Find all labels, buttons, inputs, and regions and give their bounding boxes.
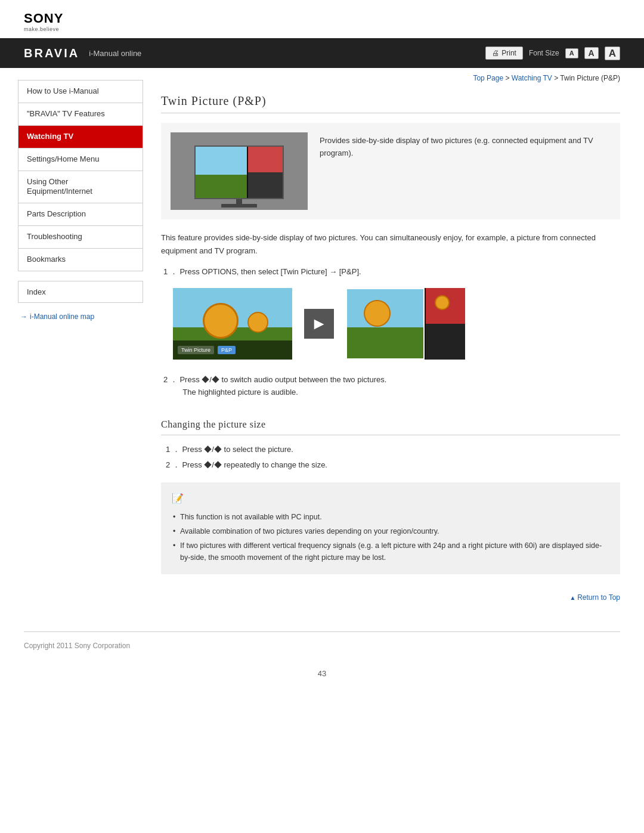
menu-item-pap: P&P [218, 346, 236, 354]
breadcrumb-current: Twin Picture (P&P) [560, 74, 620, 82]
step-image-before: Twin Picture P&P [173, 288, 292, 360]
section2-title: Changing the picture size [161, 407, 620, 435]
sunflower1 [364, 300, 391, 327]
tv-pane-left [196, 147, 247, 198]
return-to-top-link[interactable]: Return to Top [569, 593, 620, 602]
tv-pane-right [248, 147, 283, 198]
note-item-3: If two pictures with different vertical … [172, 540, 609, 563]
top-bar: SONY make.believe [0, 0, 644, 38]
notes-list: This function is not available with PC i… [172, 511, 609, 563]
bravia-logo: BRAVIA [24, 47, 79, 60]
sidebar-nav: How to Use i-Manual "BRAVIA" TV Features… [18, 80, 143, 271]
sidebar-item-using-other[interactable]: Using Other Equipment/Internet [18, 171, 143, 204]
change-steps: 1 ． Press ◆/◆ to select the picture. 2 ．… [163, 444, 620, 472]
step-before-illustration: Twin Picture P&P [173, 288, 292, 360]
font-small-button[interactable]: A [565, 48, 578, 58]
step-arrow: ► [304, 309, 334, 339]
body-text: This feature provides side-by-side displ… [161, 231, 620, 258]
content-area: Top Page > Watching TV > Twin Picture (P… [143, 68, 644, 631]
print-icon: 🖨 [492, 49, 499, 57]
breadcrumb: Top Page > Watching TV > Twin Picture (P… [161, 68, 620, 87]
step-1-text: 1 ． Press OPTIONS, then select [Twin Pic… [161, 266, 620, 278]
intro-tv-illustration [171, 132, 308, 210]
page-title: Twin Picture (P&P) [161, 87, 620, 113]
sidebar-item-watching-tv[interactable]: Watching TV [18, 126, 143, 148]
note-item-1: This function is not available with PC i… [172, 511, 609, 523]
twin-result-illustration [346, 288, 465, 360]
print-button[interactable]: 🖨 Print [485, 47, 523, 60]
sidebar-item-bookmarks[interactable]: Bookmarks [18, 249, 143, 271]
arrow-icon: → [20, 312, 27, 321]
font-medium-button[interactable]: A [584, 47, 599, 59]
note-box: 📝 This function is not available with PC… [161, 482, 620, 574]
twin-right-pane [426, 288, 465, 360]
sidebar-item-how-to-use[interactable]: How to Use i-Manual [18, 80, 143, 103]
change-step-2: 2 ． Press ◆/◆ repeatedly to change the s… [163, 459, 620, 472]
note-item-2: Available combination of two pictures va… [172, 525, 609, 537]
font-size-label: Font Size [529, 49, 559, 57]
sidebar-item-settings[interactable]: Settings/Home Menu [18, 148, 143, 171]
breadcrumb-top-page[interactable]: Top Page [473, 74, 503, 82]
sidebar-index[interactable]: Index [18, 281, 143, 303]
breadcrumb-sep1: > [505, 74, 511, 82]
intro-description: Provides side-by-side display of two pic… [320, 132, 611, 160]
note-icon: 📝 [172, 491, 609, 506]
font-large-button[interactable]: A [605, 47, 620, 60]
sidebar: How to Use i-Manual "BRAVIA" TV Features… [0, 68, 143, 631]
nav-right: 🖨 Print Font Size A A A [485, 47, 620, 60]
sidebar-map-link[interactable]: → i-Manual online map [18, 312, 143, 321]
sunflower-center-sm [247, 312, 268, 333]
footer: Copyright 2011 Sony Corporation [0, 632, 644, 659]
navbar: BRAVIA i-Manual online 🖨 Print Font Size… [0, 38, 644, 68]
step-images: Twin Picture P&P ► [173, 288, 620, 360]
sony-tagline: make.believe [24, 26, 59, 32]
nav-subtitle: i-Manual online [89, 49, 141, 58]
twin-left-pane [346, 288, 425, 360]
sunflower2 [435, 295, 450, 310]
page-number: 43 [0, 659, 644, 690]
return-to-top: Return to Top [161, 585, 620, 608]
sunflower-center-big [203, 303, 239, 339]
sidebar-item-troubleshooting[interactable]: Troubleshooting [18, 226, 143, 249]
intro-section: Provides side-by-side display of two pic… [161, 123, 620, 219]
change-step-1: 1 ． Press ◆/◆ to select the picture. [163, 444, 620, 456]
menu-item-twin: Twin Picture [178, 346, 214, 354]
main-layout: How to Use i-Manual "BRAVIA" TV Features… [0, 68, 644, 631]
copyright: Copyright 2011 Sony Corporation [24, 642, 130, 650]
tv-neck [236, 199, 242, 204]
step-2-text: 2 ． Press ◆/◆ to switch audio output bet… [161, 374, 620, 399]
step-image-after [346, 288, 465, 360]
intro-image [171, 132, 308, 210]
tv-base [221, 204, 257, 208]
sidebar-item-parts-desc[interactable]: Parts Description [18, 203, 143, 226]
breadcrumb-sep2: > [554, 74, 560, 82]
sony-wordmark: SONY [24, 11, 63, 26]
sony-logo: SONY make.believe [24, 11, 620, 32]
menu-overlay: Twin Picture P&P [173, 340, 292, 360]
breadcrumb-watching-tv[interactable]: Watching TV [512, 74, 552, 82]
sidebar-item-bravia-features[interactable]: "BRAVIA" TV Features [18, 103, 143, 126]
tv-screen [194, 145, 284, 199]
bravia-section: BRAVIA i-Manual online [24, 47, 141, 60]
